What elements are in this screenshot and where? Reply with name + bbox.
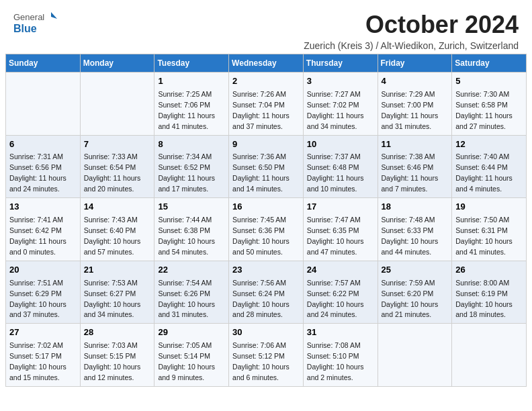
- day-cell: [6, 73, 81, 136]
- week-row-3: 13Sunrise: 7:41 AM Sunset: 6:42 PM Dayli…: [6, 198, 527, 261]
- day-number: 30: [232, 326, 300, 339]
- day-number: 4: [382, 75, 449, 88]
- day-cell: 15Sunrise: 7:44 AM Sunset: 6:38 PM Dayli…: [154, 198, 229, 261]
- day-info: Sunrise: 7:45 AM Sunset: 6:36 PM Dayligh…: [232, 216, 290, 256]
- day-number: 17: [307, 201, 374, 214]
- day-cell: 16Sunrise: 7:45 AM Sunset: 6:36 PM Dayli…: [229, 198, 304, 261]
- day-number: 25: [382, 264, 449, 277]
- day-number: 12: [455, 138, 523, 151]
- day-cell: 31Sunrise: 7:08 AM Sunset: 5:10 PM Dayli…: [303, 324, 378, 387]
- day-number: 20: [9, 264, 77, 277]
- weekday-header-row: Sunday Monday Tuesday Wednesday Thursday…: [6, 54, 527, 73]
- day-number: 7: [84, 138, 151, 151]
- day-number: 24: [307, 264, 374, 277]
- day-info: Sunrise: 7:02 AM Sunset: 5:17 PM Dayligh…: [9, 341, 66, 381]
- day-info: Sunrise: 7:36 AM Sunset: 6:50 PM Dayligh…: [232, 152, 290, 193]
- day-number: 31: [307, 326, 374, 339]
- day-cell: 14Sunrise: 7:43 AM Sunset: 6:40 PM Dayli…: [80, 198, 154, 261]
- day-info: Sunrise: 7:43 AM Sunset: 6:40 PM Dayligh…: [84, 216, 141, 256]
- day-info: Sunrise: 7:30 AM Sunset: 6:58 PM Dayligh…: [455, 90, 513, 130]
- day-info: Sunrise: 7:25 AM Sunset: 7:06 PM Dayligh…: [158, 90, 215, 130]
- day-cell: 28Sunrise: 7:03 AM Sunset: 5:15 PM Dayli…: [80, 324, 154, 387]
- header-tuesday: Tuesday: [154, 54, 229, 73]
- header-wednesday: Wednesday: [229, 54, 304, 73]
- header-friday: Friday: [378, 54, 452, 73]
- day-info: Sunrise: 7:44 AM Sunset: 6:38 PM Dayligh…: [158, 216, 215, 256]
- day-info: Sunrise: 7:41 AM Sunset: 6:42 PM Dayligh…: [9, 216, 66, 256]
- day-info: Sunrise: 7:59 AM Sunset: 6:20 PM Dayligh…: [382, 279, 439, 319]
- day-cell: 19Sunrise: 7:50 AM Sunset: 6:31 PM Dayli…: [452, 198, 527, 261]
- header-thursday: Thursday: [303, 54, 378, 73]
- day-info: Sunrise: 7:06 AM Sunset: 5:12 PM Dayligh…: [232, 341, 290, 381]
- day-cell: 27Sunrise: 7:02 AM Sunset: 5:17 PM Dayli…: [6, 324, 81, 387]
- day-number: 18: [382, 201, 449, 214]
- calendar-header: Sunday Monday Tuesday Wednesday Thursday…: [6, 54, 527, 73]
- day-info: Sunrise: 7:33 AM Sunset: 6:54 PM Dayligh…: [84, 152, 141, 193]
- month-title: October 2024: [304, 11, 519, 39]
- location-subtitle: Zuerich (Kreis 3) / Alt-Wiedikon, Zurich…: [304, 40, 519, 51]
- week-row-4: 20Sunrise: 7:51 AM Sunset: 6:29 PM Dayli…: [6, 261, 527, 324]
- day-info: Sunrise: 7:53 AM Sunset: 6:27 PM Dayligh…: [84, 279, 141, 319]
- day-cell: 5Sunrise: 7:30 AM Sunset: 6:58 PM Daylig…: [452, 73, 527, 136]
- day-info: Sunrise: 7:31 AM Sunset: 6:56 PM Dayligh…: [9, 152, 66, 193]
- day-info: Sunrise: 7:48 AM Sunset: 6:33 PM Dayligh…: [382, 216, 439, 256]
- day-info: Sunrise: 7:03 AM Sunset: 5:15 PM Dayligh…: [84, 341, 141, 381]
- title-area: October 2024 Zuerich (Kreis 3) / Alt-Wie…: [304, 11, 519, 51]
- day-number: 14: [84, 201, 151, 214]
- day-info: Sunrise: 7:26 AM Sunset: 7:04 PM Dayligh…: [232, 90, 290, 130]
- logo-bird-icon: [45, 11, 57, 23]
- logo: General Blue: [13, 11, 57, 35]
- day-cell: 24Sunrise: 7:57 AM Sunset: 6:22 PM Dayli…: [303, 261, 378, 324]
- day-cell: 11Sunrise: 7:38 AM Sunset: 6:46 PM Dayli…: [378, 135, 452, 198]
- day-cell: 10Sunrise: 7:37 AM Sunset: 6:48 PM Dayli…: [303, 135, 378, 198]
- day-cell: 25Sunrise: 7:59 AM Sunset: 6:20 PM Dayli…: [378, 261, 452, 324]
- day-cell: [452, 324, 527, 387]
- day-number: 11: [382, 138, 449, 151]
- day-cell: [378, 324, 452, 387]
- logo-blue-text: Blue: [13, 23, 57, 35]
- day-cell: 23Sunrise: 7:56 AM Sunset: 6:24 PM Dayli…: [229, 261, 304, 324]
- day-number: 10: [307, 138, 374, 151]
- day-number: 1: [158, 75, 225, 88]
- day-number: 23: [232, 264, 300, 277]
- day-cell: 22Sunrise: 7:54 AM Sunset: 6:26 PM Dayli…: [154, 261, 229, 324]
- day-cell: 30Sunrise: 7:06 AM Sunset: 5:12 PM Dayli…: [229, 324, 304, 387]
- day-number: 8: [158, 138, 225, 151]
- logo-general-text: General: [13, 12, 44, 22]
- day-info: Sunrise: 7:29 AM Sunset: 7:00 PM Dayligh…: [382, 90, 439, 130]
- day-number: 3: [307, 75, 374, 88]
- day-cell: 7Sunrise: 7:33 AM Sunset: 6:54 PM Daylig…: [80, 135, 154, 198]
- week-row-1: 1Sunrise: 7:25 AM Sunset: 7:06 PM Daylig…: [6, 73, 527, 136]
- day-cell: [80, 73, 154, 136]
- day-cell: 18Sunrise: 7:48 AM Sunset: 6:33 PM Dayli…: [378, 198, 452, 261]
- calendar-container: Sunday Monday Tuesday Wednesday Thursday…: [0, 54, 532, 392]
- day-cell: 9Sunrise: 7:36 AM Sunset: 6:50 PM Daylig…: [229, 135, 304, 198]
- day-info: Sunrise: 7:05 AM Sunset: 5:14 PM Dayligh…: [158, 341, 215, 381]
- day-info: Sunrise: 7:47 AM Sunset: 6:35 PM Dayligh…: [307, 216, 364, 256]
- day-number: 15: [158, 201, 225, 214]
- day-info: Sunrise: 7:50 AM Sunset: 6:31 PM Dayligh…: [455, 216, 513, 256]
- day-cell: 13Sunrise: 7:41 AM Sunset: 6:42 PM Dayli…: [6, 198, 81, 261]
- day-cell: 17Sunrise: 7:47 AM Sunset: 6:35 PM Dayli…: [303, 198, 378, 261]
- page-header: General Blue October 2024 Zuerich (Kreis…: [0, 0, 532, 54]
- day-info: Sunrise: 7:34 AM Sunset: 6:52 PM Dayligh…: [158, 152, 215, 193]
- day-info: Sunrise: 7:38 AM Sunset: 6:46 PM Dayligh…: [382, 152, 439, 193]
- day-number: 19: [455, 201, 523, 214]
- day-cell: 4Sunrise: 7:29 AM Sunset: 7:00 PM Daylig…: [378, 73, 452, 136]
- day-cell: 12Sunrise: 7:40 AM Sunset: 6:44 PM Dayli…: [452, 135, 527, 198]
- day-cell: 21Sunrise: 7:53 AM Sunset: 6:27 PM Dayli…: [80, 261, 154, 324]
- calendar-table: Sunday Monday Tuesday Wednesday Thursday…: [5, 54, 527, 387]
- day-number: 5: [455, 75, 523, 88]
- day-info: Sunrise: 7:57 AM Sunset: 6:22 PM Dayligh…: [307, 279, 364, 319]
- day-cell: 6Sunrise: 7:31 AM Sunset: 6:56 PM Daylig…: [6, 135, 81, 198]
- day-cell: 20Sunrise: 7:51 AM Sunset: 6:29 PM Dayli…: [6, 261, 81, 324]
- day-info: Sunrise: 7:37 AM Sunset: 6:48 PM Dayligh…: [307, 152, 364, 193]
- day-info: Sunrise: 7:40 AM Sunset: 6:44 PM Dayligh…: [455, 152, 513, 193]
- day-number: 16: [232, 201, 300, 214]
- week-row-5: 27Sunrise: 7:02 AM Sunset: 5:17 PM Dayli…: [6, 324, 527, 387]
- header-monday: Monday: [80, 54, 154, 73]
- day-number: 28: [84, 326, 151, 339]
- day-info: Sunrise: 7:27 AM Sunset: 7:02 PM Dayligh…: [307, 90, 364, 130]
- day-cell: 29Sunrise: 7:05 AM Sunset: 5:14 PM Dayli…: [154, 324, 229, 387]
- day-info: Sunrise: 7:51 AM Sunset: 6:29 PM Dayligh…: [9, 279, 66, 319]
